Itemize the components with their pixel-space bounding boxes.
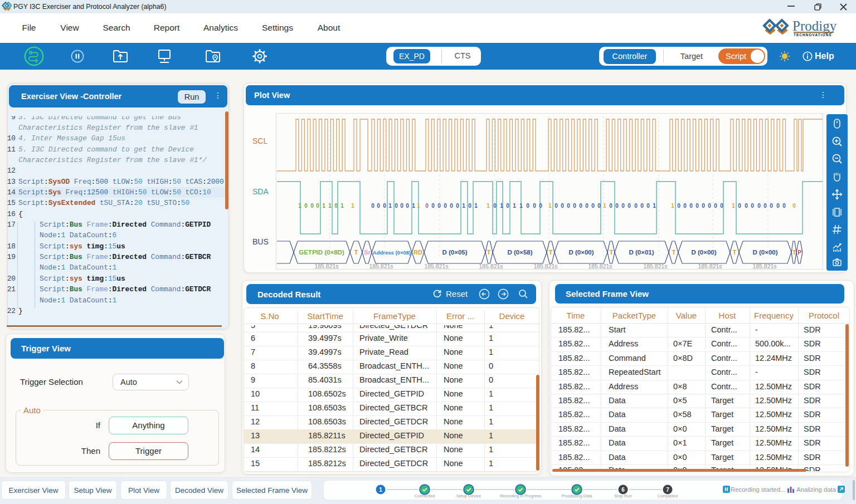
svg-text:1: 1 bbox=[388, 203, 392, 209]
svg-text:185.821s: 185.821s bbox=[369, 263, 393, 270]
svg-text:Recording in Progress: Recording in Progress bbox=[500, 493, 541, 498]
svg-text:1: 1 bbox=[379, 487, 382, 493]
svg-text:0: 0 bbox=[506, 203, 509, 209]
svg-text:1: 1 bbox=[474, 203, 478, 209]
svg-text:0: 0 bbox=[539, 203, 542, 209]
svg-text:GETPID (0×8D): GETPID (0×8D) bbox=[299, 249, 344, 256]
svg-text:185.821s: 185.821s bbox=[424, 263, 448, 270]
svg-text:0: 0 bbox=[738, 203, 741, 209]
svg-text:1: 1 bbox=[487, 203, 490, 209]
svg-text:1: 1 bbox=[298, 203, 301, 209]
svg-text:7: 7 bbox=[666, 487, 669, 493]
svg-text:0: 0 bbox=[634, 203, 638, 209]
svg-text:T: T bbox=[549, 249, 553, 256]
svg-text:T: T bbox=[354, 249, 358, 256]
svg-text:1: 1 bbox=[519, 203, 523, 209]
svg-text:0: 0 bbox=[371, 203, 374, 209]
svg-text:0: 0 bbox=[689, 203, 693, 209]
svg-text:D (0×58): D (0×58) bbox=[507, 249, 532, 256]
svg-text:0: 0 bbox=[720, 203, 723, 209]
svg-text:185.821s: 185.821s bbox=[479, 263, 503, 270]
svg-text:D (0×01): D (0×01) bbox=[629, 249, 654, 256]
svg-text:0: 0 bbox=[573, 203, 576, 209]
svg-text:1: 1 bbox=[500, 203, 503, 209]
svg-text:1: 1 bbox=[328, 203, 332, 209]
svg-text:0: 0 bbox=[770, 203, 773, 209]
svg-text:0: 0 bbox=[597, 203, 601, 209]
svg-text:0: 0 bbox=[533, 203, 536, 209]
svg-text:0: 0 bbox=[591, 203, 595, 209]
svg-text:T: T bbox=[733, 249, 737, 256]
svg-text:0: 0 bbox=[763, 203, 767, 209]
svg-text:0: 0 bbox=[714, 203, 717, 209]
svg-text:0: 0 bbox=[621, 203, 625, 209]
svg-text:0: 0 bbox=[782, 203, 786, 209]
svg-text:0: 0 bbox=[640, 203, 644, 209]
svg-text:6: 6 bbox=[621, 487, 625, 493]
svg-text:1: 1 bbox=[653, 203, 656, 209]
svg-text:Completed: Completed bbox=[658, 493, 678, 498]
svg-text:Setup Device: Setup Device bbox=[456, 493, 481, 498]
svg-text:0: 0 bbox=[431, 203, 435, 209]
svg-text:0: 0 bbox=[334, 203, 338, 209]
svg-text:Sr: Sr bbox=[364, 249, 371, 256]
svg-text:0: 0 bbox=[628, 203, 631, 209]
svg-text:0: 0 bbox=[615, 203, 619, 209]
svg-text:1: 1 bbox=[732, 203, 735, 209]
svg-text:0: 0 bbox=[708, 203, 711, 209]
svg-text:0: 0 bbox=[395, 203, 398, 209]
svg-text:0: 0 bbox=[437, 203, 441, 209]
svg-text:Connected: Connected bbox=[415, 493, 435, 498]
svg-text:0: 0 bbox=[579, 203, 582, 209]
svg-text:Processing Data: Processing Data bbox=[561, 493, 592, 498]
svg-text:RD: RD bbox=[414, 249, 422, 256]
svg-text:185.821s: 185.821s bbox=[588, 263, 612, 270]
svg-text:0: 0 bbox=[677, 203, 680, 209]
svg-text:0: 0 bbox=[757, 203, 761, 209]
svg-text:0: 0 bbox=[609, 203, 612, 209]
svg-text:185.821s: 185.821s bbox=[314, 263, 338, 270]
svg-text:0: 0 bbox=[702, 203, 705, 209]
svg-text:0: 0 bbox=[456, 203, 459, 209]
svg-text:1: 1 bbox=[322, 203, 325, 209]
svg-text:0: 0 bbox=[377, 203, 380, 209]
svg-text:0: 0 bbox=[468, 203, 471, 209]
svg-text:1: 1 bbox=[351, 203, 354, 209]
svg-text:1: 1 bbox=[548, 203, 552, 209]
svg-text:185.821s: 185.821s bbox=[533, 263, 557, 270]
svg-text:T: T bbox=[672, 249, 676, 256]
svg-text:185.821s: 185.821s bbox=[752, 263, 776, 270]
svg-text:0: 0 bbox=[776, 203, 780, 209]
svg-text:D (0×00): D (0×00) bbox=[752, 249, 777, 256]
svg-text:0: 0 bbox=[310, 203, 314, 209]
svg-text:0: 0 bbox=[585, 203, 588, 209]
svg-text:T: T bbox=[487, 249, 491, 256]
svg-text:D (0×00): D (0×00) bbox=[568, 249, 594, 256]
svg-text:0: 0 bbox=[526, 203, 529, 209]
svg-text:185.821s: 185.821s bbox=[643, 263, 667, 270]
svg-text:Stop Run: Stop Run bbox=[614, 493, 631, 498]
svg-text:D (0×00): D (0×00) bbox=[691, 249, 716, 256]
svg-text:1: 1 bbox=[417, 203, 420, 209]
svg-text:T: T bbox=[610, 249, 614, 256]
svg-text:P: P bbox=[797, 249, 801, 256]
svg-text:0: 0 bbox=[696, 203, 699, 209]
svg-text:0: 0 bbox=[792, 203, 796, 209]
svg-text:1: 1 bbox=[513, 203, 516, 209]
svg-text:0: 0 bbox=[745, 203, 748, 209]
svg-text:0: 0 bbox=[450, 203, 453, 209]
svg-text:0: 0 bbox=[555, 203, 558, 209]
svg-text:0: 0 bbox=[567, 203, 570, 209]
svg-text:Address (0×08): Address (0×08) bbox=[373, 249, 411, 256]
svg-text:0: 0 bbox=[646, 203, 650, 209]
svg-text:0: 0 bbox=[444, 203, 447, 209]
svg-text:1: 1 bbox=[462, 203, 465, 209]
svg-text:0: 0 bbox=[400, 203, 403, 209]
svg-text:0: 0 bbox=[304, 203, 308, 209]
svg-text:T: T bbox=[792, 249, 796, 256]
svg-text:0: 0 bbox=[316, 203, 319, 209]
svg-text:D (0×05): D (0×05) bbox=[442, 249, 467, 256]
svg-text:0: 0 bbox=[683, 203, 687, 209]
svg-text:1: 1 bbox=[412, 203, 415, 209]
svg-text:1: 1 bbox=[671, 203, 674, 209]
